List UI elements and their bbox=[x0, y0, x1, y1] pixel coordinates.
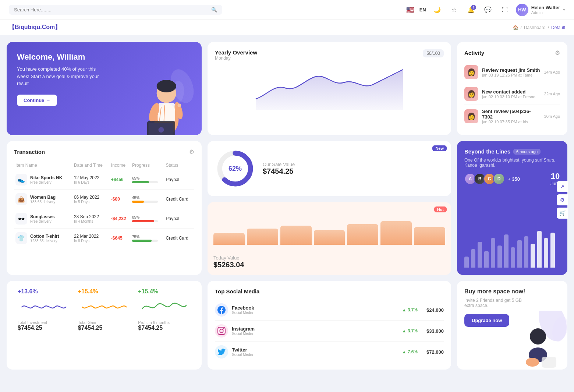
social-item: Twitter Social Media ▲ 7.6% $72,000 bbox=[215, 342, 444, 362]
activity-item: 👩 Sent review (504)236-7302 jan 02 19 07… bbox=[464, 105, 560, 128]
item-date-info: In 5 Days bbox=[74, 200, 108, 204]
progress-label: 65% bbox=[132, 176, 163, 180]
status-cell: Paypal bbox=[164, 170, 194, 190]
settings-icon[interactable]: ⚙ bbox=[557, 194, 568, 205]
buy-space-description: Invite 2 Friends and get 5 GB extra spac… bbox=[464, 298, 531, 308]
transaction-body: 👟 Nike Sports NK Free delivery 12 May 20… bbox=[14, 170, 194, 248]
progress-bar bbox=[132, 201, 144, 203]
social-value: $33,000 bbox=[426, 328, 444, 334]
transaction-gear-icon[interactable]: ⚙ bbox=[189, 148, 194, 155]
mini-stat-wave bbox=[78, 298, 131, 316]
home-icon[interactable]: 🏠 bbox=[513, 25, 518, 30]
breadcrumb-bar: 【Biqubiqu.Com】 🏠 / Dashboard / Default bbox=[0, 20, 574, 35]
upgrade-button[interactable]: Upgrade now bbox=[464, 314, 509, 327]
today-bar bbox=[414, 227, 445, 245]
beyond-description: One Of the world,s brightest, young surf… bbox=[464, 158, 560, 168]
social-value: $72,000 bbox=[426, 349, 444, 355]
item-icon: 👟 bbox=[15, 174, 27, 186]
breadcrumb-dashboard[interactable]: Dashboard bbox=[524, 25, 546, 30]
fullscreen-icon[interactable]: ⛶ bbox=[499, 4, 511, 16]
yearly-chart bbox=[215, 66, 444, 110]
progress-bar-wrap bbox=[132, 240, 158, 242]
activity-text: Review request jim Smith jan 03 19 12:25… bbox=[482, 67, 540, 77]
nav-icons: 🇺🇸 EN 🌙 ☆ 🔔 1 💬 ⛶ HW Helen Walter Admin … bbox=[406, 4, 565, 16]
buy-space-card: Buy more space now! Invite 2 Friends and… bbox=[457, 281, 567, 370]
svg-point-17 bbox=[534, 311, 567, 345]
progress-bar-wrap bbox=[132, 220, 158, 222]
status-badge: Paypal bbox=[166, 216, 180, 221]
search-bar[interactable]: 🔍 bbox=[9, 5, 222, 15]
sale-value-1: $7454.25 bbox=[263, 167, 295, 176]
bar-chart-inner bbox=[464, 209, 560, 268]
share-icon[interactable]: ↗ bbox=[557, 181, 568, 192]
activity-item: 👩 Review request jim Smith jan 03 19 12:… bbox=[464, 61, 560, 83]
item-cell: 👕 Cotton T-shirt ₹283.65 delivery bbox=[14, 229, 72, 248]
item-sub: ₹283.65 delivery bbox=[30, 239, 59, 243]
gear-icon[interactable]: ⚙ bbox=[555, 49, 560, 56]
search-input[interactable] bbox=[14, 7, 208, 13]
today-bar bbox=[347, 224, 378, 245]
social-list: Facebook Social Media ▲ 3.7% $24,000 Ins… bbox=[215, 300, 444, 362]
message-icon[interactable]: 💬 bbox=[482, 4, 494, 16]
today-bar bbox=[380, 221, 412, 245]
income-cell: -$645 bbox=[110, 229, 131, 248]
new-badge: New bbox=[432, 145, 447, 151]
social-pct: ▲ 3.7% bbox=[402, 307, 418, 312]
progress-label: 85% bbox=[132, 215, 163, 219]
item-date: 06 May 2022 bbox=[74, 195, 108, 200]
yearly-overview-card: Yearly Overview Monday 50/100 bbox=[208, 42, 451, 135]
avatars: A B C D + 350 bbox=[464, 173, 520, 185]
site-logo: 【Biqubiqu.Com】 bbox=[9, 24, 61, 31]
chart-bar bbox=[517, 240, 522, 268]
social-item: Instagram Social Media ▲ 3.7% $33,000 bbox=[215, 321, 444, 342]
cart-icon[interactable]: 🛒 bbox=[557, 208, 568, 219]
progress-cell: 65% bbox=[131, 170, 164, 190]
progress-cell: 85% bbox=[131, 209, 164, 229]
social-name: Twitter bbox=[232, 347, 253, 353]
item-date: 22 Mar 2022 bbox=[74, 234, 108, 239]
social-sub: Social Media bbox=[232, 353, 253, 357]
today-bar bbox=[314, 230, 345, 245]
status-badge: Credit Card bbox=[166, 197, 188, 202]
mini-stat-wave bbox=[18, 298, 70, 316]
right-icons: ↗ ⚙ 🛒 bbox=[557, 181, 568, 219]
chart-bar bbox=[478, 242, 482, 268]
today-value: $5263.04 bbox=[213, 261, 244, 269]
item-date-info: In 6 Days bbox=[74, 180, 108, 184]
user-profile[interactable]: HW Helen Walter Admin ▾ bbox=[516, 4, 565, 16]
activity-item-subtitle: jan 02 19 07:35 PM at Iris bbox=[482, 120, 541, 124]
flag-icon[interactable]: 🇺🇸 bbox=[406, 6, 414, 14]
activity-item-title: Review request jim Smith bbox=[482, 67, 540, 73]
activity-thumb: 👩 bbox=[464, 65, 478, 79]
item-name: Women Bag bbox=[30, 195, 56, 200]
breadcrumb: 🏠 / Dashboard / Default bbox=[513, 25, 565, 30]
transaction-title: Transaction bbox=[14, 149, 45, 155]
avatar-4: D bbox=[493, 173, 505, 185]
donut-chart: 62% bbox=[215, 148, 255, 189]
welcome-description: You have completed 40% of your this week… bbox=[17, 66, 105, 87]
dark-mode-toggle[interactable]: 🌙 bbox=[431, 4, 443, 16]
avatar: HW bbox=[516, 4, 528, 16]
social-sub: Social Media bbox=[232, 311, 254, 315]
mini-stat-pct: +15.4% bbox=[78, 288, 131, 295]
progress-cell: 45% bbox=[131, 190, 164, 209]
income-cell: -$4,232 bbox=[110, 209, 131, 229]
svg-point-19 bbox=[530, 328, 546, 345]
notification-icon[interactable]: 🔔 1 bbox=[465, 4, 477, 16]
welcome-card: Welcome, William You have completed 40% … bbox=[7, 42, 202, 135]
table-row: 👟 Nike Sports NK Free delivery 12 May 20… bbox=[14, 170, 194, 190]
mini-stat-wave bbox=[138, 298, 191, 316]
svg-point-12 bbox=[158, 127, 164, 133]
star-icon[interactable]: ☆ bbox=[448, 4, 460, 16]
sale-info-1: Our Sale Value $7454.25 bbox=[263, 162, 295, 176]
chart-bar bbox=[550, 233, 555, 268]
beyond-time: 6 hours ago bbox=[513, 149, 541, 155]
date-cell: 22 Mar 2022 In 8 Days bbox=[72, 229, 110, 248]
svg-rect-22 bbox=[542, 357, 556, 368]
activity-header: Activity ⚙ bbox=[464, 49, 560, 56]
progress-bar bbox=[132, 220, 154, 222]
continue-button[interactable]: Continue → bbox=[17, 95, 57, 106]
progress-bar-wrap bbox=[132, 201, 158, 203]
lang-label[interactable]: EN bbox=[419, 7, 426, 13]
bar-chart-card: Beyond the Lines 6 hours ago One Of the … bbox=[457, 141, 567, 275]
